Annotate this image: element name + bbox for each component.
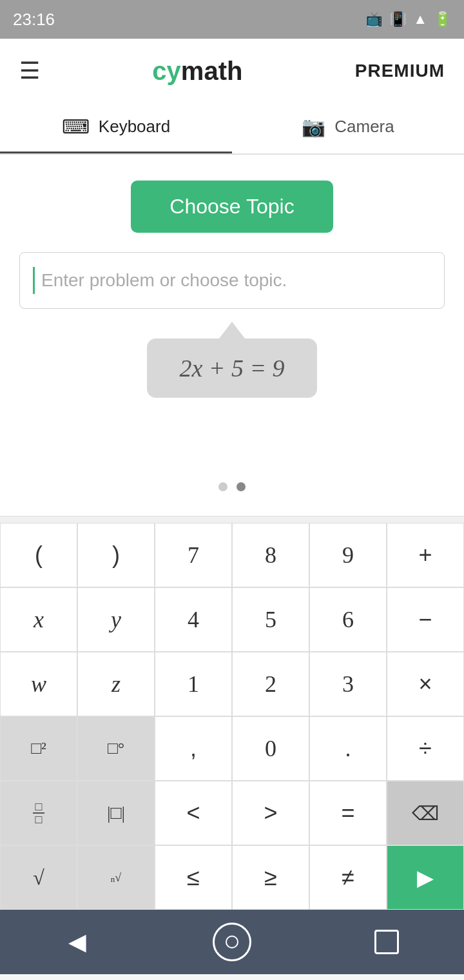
- keyboard-row-6: √ n√ ≤ ≥ ≠ ▶: [0, 845, 464, 910]
- key-divide[interactable]: ÷: [387, 716, 464, 781]
- logo-math: math: [181, 57, 243, 86]
- key-4[interactable]: 4: [155, 587, 232, 652]
- key-3[interactable]: 3: [309, 652, 387, 716]
- key-comma[interactable]: ,: [155, 716, 232, 781]
- home-button[interactable]: [206, 916, 258, 968]
- back-icon: ◀: [68, 928, 86, 956]
- key-plus[interactable]: +: [387, 523, 464, 587]
- tab-keyboard[interactable]: ⌨ Keyboard: [0, 103, 232, 153]
- key-less-than[interactable]: <: [155, 781, 232, 845]
- problem-input-container[interactable]: Enter problem or choose topic.: [19, 252, 445, 309]
- key-w[interactable]: w: [0, 652, 77, 716]
- key-greater-than[interactable]: >: [232, 781, 309, 845]
- keyboard-row-1: ( ) 7 8 9 +: [0, 523, 464, 587]
- cursor: [33, 267, 35, 294]
- key-1[interactable]: 1: [155, 652, 232, 716]
- back-button[interactable]: ◀: [52, 916, 103, 968]
- equation-bubble: 2x + 5 = 9: [147, 338, 316, 398]
- tab-bar: ⌨ Keyboard 📷 Camera: [0, 103, 464, 155]
- key-not-equal[interactable]: ≠: [309, 845, 387, 910]
- key-greater-equal[interactable]: ≥: [232, 845, 309, 910]
- bottom-nav: ◀: [0, 910, 464, 974]
- key-sqrt[interactable]: √: [0, 845, 77, 910]
- equation-example: 2x + 5 = 9: [147, 322, 316, 398]
- key-minus[interactable]: −: [387, 587, 464, 652]
- status-bar: 23:16 📺 📳 ▲ 🔋: [0, 0, 464, 39]
- keyboard-row-4: □² □° , 0 . ÷: [0, 716, 464, 781]
- key-open-paren[interactable]: (: [0, 523, 77, 587]
- keyboard-row-2: x y 4 5 6 −: [0, 587, 464, 652]
- key-x[interactable]: x: [0, 587, 77, 652]
- hamburger-menu-icon[interactable]: ☰: [19, 57, 40, 84]
- key-square[interactable]: □²: [0, 716, 77, 781]
- keyboard-area: ( ) 7 8 9 + x y 4 5 6 − w z 1 2 3 × □² □…: [0, 516, 464, 910]
- key-0[interactable]: 0: [232, 716, 309, 781]
- key-close-paren[interactable]: ): [77, 523, 155, 587]
- key-abs[interactable]: |□|: [77, 781, 155, 845]
- key-equals[interactable]: =: [309, 781, 387, 845]
- keyboard-tab-icon: ⌨: [62, 115, 90, 138]
- recent-icon: [374, 930, 399, 954]
- equation-text: 2x + 5 = 9: [179, 355, 284, 382]
- bubble-arrow: [219, 322, 245, 338]
- keyboard-row-3: w z 1 2 3 ×: [0, 652, 464, 716]
- key-multiply[interactable]: ×: [387, 652, 464, 716]
- key-backspace[interactable]: ⌫: [387, 781, 464, 845]
- choose-topic-button[interactable]: Choose Topic: [131, 181, 333, 233]
- status-time: 23:16: [13, 10, 55, 30]
- key-z[interactable]: z: [77, 652, 155, 716]
- key-less-equal[interactable]: ≤: [155, 845, 232, 910]
- key-degree[interactable]: □°: [77, 716, 155, 781]
- key-6[interactable]: 6: [309, 587, 387, 652]
- wifi-icon: ▲: [413, 11, 427, 28]
- app-bar: ☰ cy math PREMIUM: [0, 39, 464, 103]
- key-9[interactable]: 9: [309, 523, 387, 587]
- key-y[interactable]: y: [77, 587, 155, 652]
- vibrate-icon: 📳: [389, 11, 407, 28]
- dot-2: [237, 482, 246, 491]
- problem-input-placeholder: Enter problem or choose topic.: [41, 270, 287, 291]
- camera-tab-label: Camera: [334, 117, 394, 137]
- home-inner-circle: [226, 936, 238, 948]
- logo: cy math: [152, 57, 242, 86]
- dot-indicators: [218, 471, 246, 503]
- camera-tab-icon: 📷: [302, 115, 325, 138]
- key-5[interactable]: 5: [232, 587, 309, 652]
- status-icons: 📺 📳 ▲ 🔋: [365, 11, 451, 28]
- dot-1: [218, 482, 227, 491]
- logo-cy: cy: [152, 57, 181, 86]
- key-7[interactable]: 7: [155, 523, 232, 587]
- tab-camera[interactable]: 📷 Camera: [232, 103, 464, 153]
- key-dot[interactable]: .: [309, 716, 387, 781]
- key-fraction[interactable]: □ □: [0, 781, 77, 845]
- key-nthroot[interactable]: n√: [77, 845, 155, 910]
- main-content: Choose Topic Enter problem or choose top…: [0, 155, 464, 516]
- cast-icon: 📺: [365, 11, 383, 28]
- recent-button[interactable]: [361, 916, 412, 968]
- key-go[interactable]: ▶: [387, 845, 464, 910]
- key-2[interactable]: 2: [232, 652, 309, 716]
- keyboard-tab-label: Keyboard: [99, 117, 170, 137]
- key-8[interactable]: 8: [232, 523, 309, 587]
- battery-icon: 🔋: [434, 11, 451, 28]
- keyboard-row-5: □ □ |□| < > = ⌫: [0, 781, 464, 845]
- premium-label[interactable]: PREMIUM: [355, 61, 445, 81]
- home-icon: [213, 923, 251, 961]
